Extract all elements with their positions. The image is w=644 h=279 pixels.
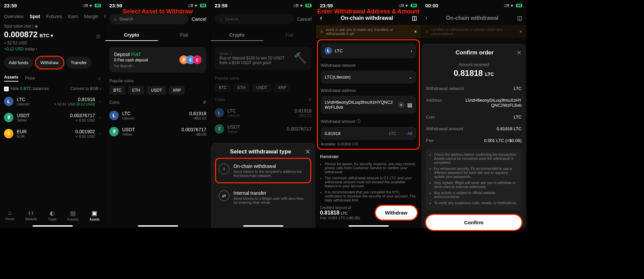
clear-icon[interactable]: ✕ (398, 101, 405, 108)
battery-indicator: 94 (200, 4, 206, 7)
assets-tab[interactable]: Assets (4, 75, 18, 82)
nav-markets[interactable]: ⫾⫾Markets (25, 210, 37, 221)
chevron-right-icon: › (411, 48, 412, 53)
tab-spot[interactable]: Spot (30, 14, 40, 19)
popular-coins: BTC ETH USDT XRP (105, 86, 210, 97)
home-indicator[interactable] (33, 225, 73, 227)
home-indicator[interactable] (138, 225, 178, 227)
cancel-link[interactable]: Cancel (297, 16, 312, 22)
amount-label: Withdrawal amount ⓘ (321, 119, 416, 124)
trade-icon: ◐ (50, 210, 55, 217)
add-funds-button[interactable]: Add funds (4, 57, 33, 68)
popular-label: Popular coins (211, 73, 316, 83)
usdt-icon: ₮ (109, 127, 119, 136)
close-icon[interactable]: ✕ (519, 30, 522, 34)
status-bar: 00:00 ::!!ᯤ94 (421, 0, 526, 11)
tab-margin[interactable]: Margin (84, 14, 99, 19)
coin-pill-usdt[interactable]: USDT (147, 86, 166, 95)
withdraw-submit-button[interactable]: Withdraw (376, 206, 417, 220)
address-input[interactable]: LVrdH6eonyDiLuq3fmuXzHYQNC2WzFL6vb ✕ ▤ (321, 96, 416, 114)
nav-futures[interactable]: ▤Futures (67, 210, 79, 221)
coin-selector[interactable]: ŁLTC › (321, 43, 416, 58)
unit-selector[interactable]: BTC ▾ (40, 33, 53, 38)
eye-icon[interactable]: ◉ (35, 24, 38, 29)
status-bar: 23:59 ::!!ᯤ94 (211, 0, 316, 11)
futures-icon: ▤ (70, 210, 76, 217)
coin-pill-eth[interactable]: ETH (233, 83, 250, 92)
home-indicator[interactable] (454, 225, 494, 227)
convert-link[interactable]: Convert to BGB › (70, 86, 101, 91)
close-icon[interactable]: ✕ (305, 148, 310, 155)
screen-withdrawal-type: 23:59 ::!!ᯤ94 ⌕Search Cancel CryptoFiat … (211, 0, 316, 228)
asset-row-eur[interactable]: € EUREUR 0.001902< 0.01 USD › (0, 126, 105, 142)
sort-icon[interactable]: ⇵ (203, 100, 206, 105)
search-row: ⌕Search Cancel (211, 11, 316, 27)
sort-icon[interactable]: ⇵ (308, 97, 312, 102)
hide-checkbox-label[interactable]: ✓Hide 0 BTC balances (4, 86, 49, 91)
chevron-down-icon: ⌄ (409, 75, 412, 80)
signal-icon: ::!! (504, 3, 509, 8)
spot-value-label: Spot value (est.) ◉ (4, 24, 101, 29)
close-icon[interactable]: ✕ (414, 30, 417, 34)
tab-overview[interactable]: Overview (4, 14, 23, 19)
deposit-fiat-card[interactable]: Deposit FIAT 0 Fee cash deposit Go depos… (109, 47, 206, 73)
close-icon[interactable]: ✕ (517, 49, 522, 56)
confirm-order-modal: Confirm order ✕ Amount received 0.81818 … (421, 44, 526, 228)
reminder-section: Reminder Please be aware, for security r… (316, 151, 421, 207)
fiat-tab[interactable]: Fiat (158, 30, 211, 41)
warning-icon: ⚠ (425, 30, 429, 34)
coin-pill-xrp[interactable]: XRP (274, 83, 290, 92)
nav-trade[interactable]: ◐Trade (48, 210, 57, 221)
coin-pill-eth[interactable]: ETH (128, 86, 144, 95)
chevron-right-icon[interactable]: › (36, 47, 37, 51)
onchain-withdrawal-option[interactable]: ↑ On-chain withdrawalSend tokens to the … (216, 159, 310, 182)
detail-coin: CoinLTC (426, 111, 522, 123)
coin-pill-usdt[interactable]: USDT (252, 83, 271, 92)
action-buttons: Add funds Withdraw Transfer (0, 53, 105, 72)
coin-pill-btc[interactable]: BTC (109, 86, 125, 95)
tab-earn[interactable]: Earn (68, 14, 78, 19)
all-button[interactable]: All (408, 131, 412, 136)
addressbook-icon[interactable]: ▤ (407, 102, 412, 108)
withdraw-button[interactable]: Withdraw (36, 57, 63, 68)
price-tab[interactable]: Price (25, 76, 35, 81)
confirm-button[interactable]: Confirm (426, 215, 522, 230)
asset-row-ltc[interactable]: Ł LTCLitecoin 0.81918≈ 52.51 USD (0.12 U… (0, 93, 105, 109)
coin-row-usdt[interactable]: ₮ USDTTether 0.00376717 (211, 121, 316, 137)
tab-futures[interactable]: Futures (46, 14, 62, 19)
crypto-tab[interactable]: Crypto (211, 30, 263, 41)
asset-row-usdt[interactable]: ₮ USDTTether 0.00376717< 0.01 USD › (0, 109, 105, 126)
coin-row-ltc[interactable]: Ł LTCLitecoin 0.81918≈$52.52 (105, 107, 210, 124)
coin-pill-btc[interactable]: BTC (215, 83, 231, 92)
coin-row-ltc[interactable]: Ł LTCLitecoin 0.81918≈$52.52 (211, 105, 316, 121)
nav-home[interactable]: ⌂Home (5, 210, 14, 221)
week-promo-card[interactable]: Week 3Buy or deposit $100 to win 20 USDT… (215, 47, 312, 70)
search-icon: ⌕ (219, 16, 222, 21)
coin-pill-xrp[interactable]: XRP (169, 86, 185, 95)
address-label: Withdrawal address (321, 88, 416, 93)
history-icon[interactable]: ◫ (517, 15, 522, 21)
home-indicator[interactable] (243, 225, 283, 227)
ltc-icon: Ł (4, 97, 13, 106)
back-icon[interactable]: ‹ (425, 14, 427, 21)
search-input[interactable]: ⌕Search (215, 14, 293, 24)
info-icon[interactable]: ⓘ (357, 119, 361, 124)
transfer-button[interactable]: Transfer (66, 57, 92, 68)
type-tabs: Crypto Fiat (105, 27, 210, 44)
chart-icon: ⫾⫾ (28, 210, 34, 217)
internal-transfer-option[interactable]: ⇄ Internal transferSend tokens to a Bitg… (216, 186, 310, 209)
network-selector[interactable]: LTC(Litecoin) ⌄ (321, 71, 416, 84)
home-indicator[interactable] (348, 225, 389, 227)
cancel-link[interactable]: Cancel (192, 16, 206, 22)
checkbox-icon[interactable]: ✓ (4, 87, 9, 91)
amount-input[interactable]: 0.81918 LTC All (321, 127, 416, 140)
document-icon[interactable]: ◫ (96, 34, 100, 39)
chevron-right-icon: › (100, 115, 101, 120)
coin-row-usdt[interactable]: ₮ USDTTether 0.00376717≈$0.00 (105, 124, 210, 140)
search-icon[interactable]: ⌕ (98, 76, 101, 81)
nav-assets[interactable]: ▣Assets (90, 210, 100, 221)
warning-banner: ⚠ ransfers or withdrawals in private und… (421, 25, 526, 38)
fiat-tab[interactable]: Fiat (263, 30, 316, 41)
crypto-tab[interactable]: Crypto (105, 30, 158, 41)
battery-indicator: 94 (516, 4, 522, 7)
